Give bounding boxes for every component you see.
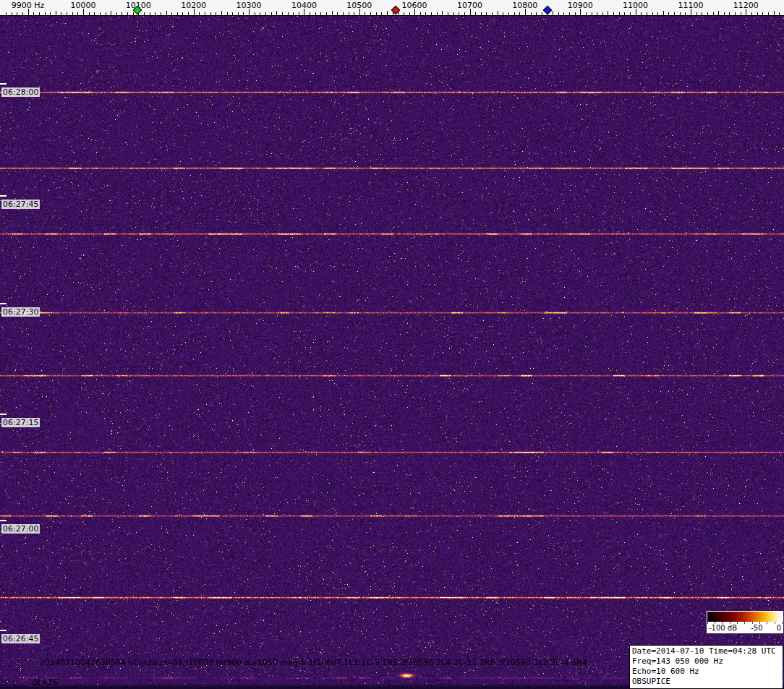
ruler-tick: [227, 12, 228, 15]
spectrogram-waterfall[interactable]: [0, 16, 784, 689]
ruler-tick: [674, 12, 675, 15]
ruler-tick: [741, 12, 741, 15]
ruler-tick: [216, 12, 216, 15]
ruler-tick: [365, 12, 365, 15]
time-tick: [0, 195, 7, 197]
ruler-tick: [608, 11, 608, 15]
ruler-tick: [67, 12, 67, 15]
ruler-tick: [680, 12, 681, 15]
ruler-tick: [22, 12, 23, 15]
ruler-tick: [39, 12, 40, 15]
ruler-tick: [332, 11, 333, 15]
ruler-tick: [182, 12, 183, 15]
ruler-tick: [17, 12, 17, 15]
ruler-tick: [299, 12, 299, 15]
ruler-tick: [481, 12, 482, 15]
ruler-tick: [210, 12, 211, 15]
ruler-tick: [354, 12, 354, 15]
freq-label-10400: 10400: [291, 1, 317, 10]
ruler-tick: [420, 12, 421, 15]
ruler-tick: [613, 12, 614, 15]
ruler-tick: [171, 12, 172, 15]
ruler-tick: [50, 12, 51, 15]
ruler-tick: [310, 12, 310, 15]
frequency-ruler: 9900 Hz100001010010200103001040010500106…: [0, 0, 784, 16]
ruler-tick: [696, 12, 697, 15]
ruler-tick: [320, 12, 321, 15]
ruler-tick: [685, 12, 686, 15]
ruler-tick: [133, 12, 134, 15]
ruler-tick: [288, 12, 289, 15]
freq-label-11200: 11200: [733, 1, 759, 10]
ruler-tick: [503, 12, 503, 15]
ruler-tick: [774, 11, 775, 15]
ruler-tick: [536, 12, 537, 15]
ruler-tick: [122, 12, 122, 15]
ruler-tick: [77, 12, 78, 15]
color-scale-labels: -100 dB -50 0: [707, 624, 783, 633]
ruler-tick: [553, 11, 553, 15]
ruler-tick: [376, 12, 377, 15]
time-label: 06:28:00: [1, 87, 40, 97]
ruler-tick: [751, 12, 752, 15]
ruler-tick: [243, 12, 244, 15]
ruler-tick: [116, 12, 117, 15]
ruler-tick: [150, 12, 150, 15]
ruler-tick: [647, 12, 647, 15]
ruler-tick: [464, 12, 465, 15]
ruler-tick: [630, 12, 631, 15]
ruler-tick: [255, 12, 255, 15]
ruler-tick: [276, 11, 277, 15]
ruler-tick: [33, 12, 34, 15]
freq-label-10700: 10700: [457, 1, 482, 10]
ruler-tick: [779, 12, 780, 15]
color-gradient-bar: [707, 612, 783, 622]
ruler-tick: [188, 12, 189, 15]
ruler-tick: [592, 12, 592, 15]
ruler-tick: [61, 12, 61, 15]
ruler-tick: [519, 12, 520, 15]
ruler-tick: [260, 12, 260, 15]
ruler-tick: [166, 11, 167, 15]
ruler-tick: [602, 12, 603, 15]
ruler-tick: [707, 12, 708, 15]
freq-label-10300: 10300: [237, 1, 262, 10]
detection-annotation: 20140710042638564 hCnt28 nb-86 f10607 hi…: [40, 658, 587, 667]
ruler-tick: [492, 12, 493, 15]
freq-label-10600: 10600: [402, 1, 427, 10]
info-echo-freq: Echo=10 600 Hz: [632, 667, 780, 677]
ruler-tick: [221, 11, 222, 15]
freq-label-11000: 11000: [623, 1, 648, 10]
ruler-tick: [724, 12, 725, 15]
ruler-tick: [498, 11, 498, 15]
ruler-tick: [657, 12, 658, 15]
ruler-tick: [762, 12, 763, 15]
ruler-tick: [508, 12, 509, 15]
ruler-tick: [624, 12, 625, 15]
freq-label-10800: 10800: [512, 1, 537, 10]
ruler-tick: [431, 12, 432, 15]
time-tick: [0, 520, 7, 521]
ruler-tick: [542, 12, 542, 15]
ruler-tick: [161, 12, 161, 15]
ruler-tick: [514, 12, 515, 15]
ruler-tick: [586, 12, 587, 15]
time-tick: [0, 414, 7, 415]
ruler-tick: [155, 12, 155, 15]
freq-label-10500: 10500: [346, 1, 372, 10]
ruler-tick: [100, 12, 101, 15]
time-label: 06:27:15: [1, 418, 40, 427]
ruler-tick: [702, 12, 702, 15]
ruler-tick: [459, 12, 459, 15]
ruler-tick: [238, 12, 239, 15]
ruler-tick: [205, 12, 205, 15]
time-label: 06:27:45: [1, 200, 40, 209]
ruler-tick: [177, 12, 178, 15]
ruler-tick: [641, 12, 642, 15]
marker-diamond-blue[interactable]: [543, 6, 553, 15]
delta-t-label: Δt+36: [33, 677, 58, 687]
ruler-tick: [437, 12, 438, 15]
ruler-tick: [94, 12, 95, 15]
scale-label-mid: -50: [751, 624, 762, 633]
ruler-tick: [381, 12, 382, 15]
